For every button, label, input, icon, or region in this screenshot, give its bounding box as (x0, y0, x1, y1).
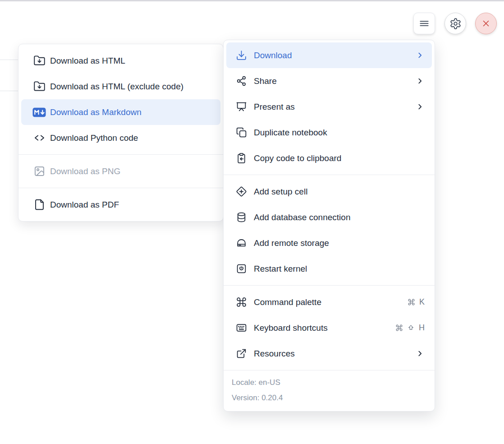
power-icon (234, 263, 248, 274)
menu-item-label: Download as HTML (exclude code) (50, 82, 214, 92)
menu-item-label: Download as HTML (50, 56, 214, 66)
external-link-icon (234, 348, 248, 359)
menu-divider (224, 175, 435, 175)
code-icon (32, 132, 46, 144)
file-icon (32, 199, 46, 211)
menu-divider (18, 188, 223, 188)
shortcut-hint: H (395, 323, 425, 333)
chevron-right-icon (415, 102, 425, 111)
menu-item-label: Add setup cell (254, 187, 425, 197)
close-icon (481, 18, 491, 28)
command-icon (234, 296, 248, 308)
menu-item-label: Download as PNG (50, 166, 214, 176)
menu-item-label: Restart kernel (254, 264, 425, 274)
menu-item-label: Resources (254, 349, 415, 359)
image-icon (32, 165, 46, 177)
folder-down-icon (32, 80, 46, 92)
chevron-right-icon (415, 349, 425, 358)
menu-item-copy-code-to-clipboard[interactable]: Copy code to clipboard (226, 145, 432, 171)
menu-item-add-remote-storage[interactable]: Add remote storage (226, 230, 432, 256)
menu-item-keyboard-shortcuts[interactable]: Keyboard shortcuts H (226, 315, 432, 341)
menu-divider (18, 154, 223, 155)
shortcut-hint: K (408, 297, 425, 307)
chevron-right-icon (415, 51, 425, 60)
notebook-menu-button[interactable] (413, 13, 435, 34)
menu-item-label: Add remote storage (254, 238, 425, 248)
folder-down-icon (32, 55, 46, 67)
menu-item-label: Download Python code (50, 133, 214, 143)
gear-icon (449, 18, 462, 30)
locale-text: Locale: en-US (232, 375, 426, 390)
menu-item-present-as[interactable]: Present as (226, 94, 432, 120)
download-submenu: Download as HTML Download as HTML (exclu… (18, 44, 224, 222)
menu-footer: Locale: en-US Version: 0.20.4 (224, 370, 435, 411)
menu-item-label: Download as PDF (50, 200, 214, 210)
settings-button[interactable] (444, 13, 466, 34)
menu-item-command-palette[interactable]: Command palette K (226, 289, 432, 315)
version-text: Version: 0.20.4 (232, 390, 426, 406)
notebook-actions-menu: Download Share Present as Duplicate note… (223, 40, 435, 412)
shortcut-letter: H (419, 323, 425, 333)
copy-icon (234, 127, 248, 138)
presentation-icon (234, 101, 248, 112)
menu-item-share[interactable]: Share (226, 68, 432, 94)
menu-item-label: Duplicate notebook (254, 128, 425, 138)
menu-item-label: Share (254, 76, 415, 86)
diamond-plus-icon (234, 186, 248, 197)
menu-item-download-as-pdf[interactable]: Download as PDF (21, 192, 220, 217)
menu-item-label: Present as (254, 102, 415, 112)
background-cell-border (0, 91, 18, 91)
menu-item-duplicate-notebook[interactable]: Duplicate notebook (226, 120, 432, 145)
menu-item-download-as-html-exclude-code[interactable]: Download as HTML (exclude code) (21, 74, 220, 99)
shift-icon (407, 324, 415, 332)
markdown-download-icon (32, 107, 46, 117)
clipboard-copy-icon (234, 153, 248, 164)
menu-item-download-python-code[interactable]: Download Python code (21, 125, 220, 151)
menu-item-add-setup-cell[interactable]: Add setup cell (226, 179, 432, 204)
page-top-border (0, 0, 504, 1)
menu-item-download-as-png: Download as PNG (21, 158, 220, 184)
database-icon (234, 212, 248, 223)
menu-divider (224, 285, 435, 286)
shutdown-button[interactable] (475, 13, 497, 34)
download-icon (234, 50, 248, 61)
menu-item-download-as-html[interactable]: Download as HTML (21, 48, 220, 74)
menu-item-restart-kernel[interactable]: Restart kernel (226, 256, 432, 282)
menu-item-label: Copy code to clipboard (254, 153, 425, 163)
chevron-right-icon (415, 76, 425, 86)
share-icon (234, 75, 248, 87)
hamburger-icon (418, 18, 430, 29)
menu-item-download[interactable]: Download (226, 42, 432, 68)
menu-item-label: Download (254, 51, 415, 60)
menu-item-label: Download as Markdown (50, 107, 214, 117)
menu-item-label: Command palette (254, 297, 408, 307)
menu-item-download-as-markdown[interactable]: Download as Markdown (21, 99, 220, 125)
menu-item-add-database-connection[interactable]: Add database connection (226, 204, 432, 230)
menu-item-resources[interactable]: Resources (226, 341, 432, 366)
menu-item-label: Keyboard shortcuts (254, 323, 395, 333)
keyboard-icon (234, 322, 248, 333)
command-icon (408, 298, 415, 306)
menu-item-label: Add database connection (254, 213, 425, 222)
command-icon (395, 324, 403, 332)
shortcut-letter: K (419, 297, 425, 307)
hard-drive-icon (234, 237, 248, 249)
background-cell-border (0, 60, 18, 60)
